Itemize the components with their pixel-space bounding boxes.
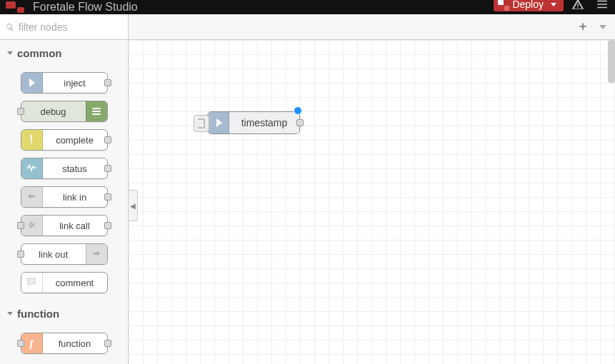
function-icon: f (21, 333, 43, 353)
chevron-down-icon[interactable] (551, 3, 556, 6)
node-palette-sidebar: common inject debug ! complete s (0, 14, 129, 364)
comment-icon (21, 273, 43, 293)
palette-node-debug[interactable]: debug (21, 101, 108, 122)
palette-node-link-in[interactable]: link in (21, 186, 108, 208)
palette-category-function[interactable]: function (0, 300, 128, 325)
flow-canvas[interactable]: timestamp (129, 40, 615, 364)
palette-node-link-call[interactable]: link call (21, 215, 108, 236)
palette-node-link-out[interactable]: link out (21, 243, 108, 265)
palette-node-function[interactable]: f function (21, 333, 108, 354)
chevron-down-icon (599, 25, 606, 29)
input-port (17, 251, 24, 258)
deploy-label: Deploy (512, 0, 544, 10)
tab-list-dropdown[interactable] (596, 21, 609, 34)
workspace-tabbar (129, 14, 615, 40)
output-port (104, 79, 111, 86)
palette-node-comment[interactable]: comment (21, 272, 108, 293)
inject-icon (208, 112, 229, 133)
input-port (17, 108, 24, 115)
input-port (17, 222, 24, 229)
complete-icon: ! (21, 130, 43, 150)
palette-search-input[interactable] (19, 21, 122, 33)
app-title: Foretale Flow Studio (33, 1, 138, 14)
alert-icon[interactable] (568, 0, 588, 11)
node-label: status (43, 163, 107, 174)
node-label: inject (43, 78, 107, 89)
app-logo-icon (6, 1, 27, 13)
palette-node-status[interactable]: status (21, 158, 108, 179)
palette-search (0, 14, 128, 40)
input-port (17, 340, 24, 347)
chevron-down-icon (7, 312, 13, 315)
node-label: timestamp (229, 112, 299, 133)
node-label: link out (21, 249, 86, 260)
node-label: link in (43, 192, 107, 203)
output-port (104, 222, 111, 229)
palette-node-inject[interactable]: inject (21, 72, 108, 93)
palette-list: common inject debug ! complete s (0, 40, 128, 364)
vertical-scrollbar[interactable] (608, 40, 615, 83)
output-port (104, 136, 111, 143)
category-label: function (17, 308, 59, 320)
node-label: complete (43, 135, 107, 146)
menu-icon[interactable] (592, 0, 612, 11)
inject-trigger-button[interactable] (194, 115, 209, 132)
output-port[interactable] (296, 119, 304, 126)
output-port (104, 340, 111, 347)
node-label: function (43, 338, 107, 349)
link-out-icon (86, 244, 107, 264)
status-icon (21, 158, 43, 178)
palette-category-common[interactable]: common (0, 40, 128, 65)
add-tab-button[interactable] (576, 21, 589, 34)
category-label: common (17, 47, 62, 59)
search-icon (6, 23, 14, 31)
node-label: link call (43, 221, 107, 231)
chevron-down-icon (7, 51, 13, 55)
link-call-icon (21, 216, 43, 236)
output-port (104, 165, 111, 172)
inject-icon (21, 73, 43, 93)
node-label: debug (21, 106, 86, 117)
output-port (104, 193, 111, 201)
app-header: Foretale Flow Studio Deploy (0, 0, 615, 14)
canvas-node-timestamp[interactable]: timestamp (207, 111, 300, 134)
deploy-button[interactable]: Deploy (494, 0, 564, 11)
node-label: comment (43, 278, 107, 288)
sidebar-collapse-handle[interactable] (129, 190, 138, 221)
link-in-icon (21, 187, 43, 207)
unsaved-change-indicator (294, 106, 302, 115)
deploy-icon (498, 0, 508, 9)
palette-node-complete[interactable]: ! complete (21, 129, 108, 151)
debug-icon (86, 101, 107, 121)
